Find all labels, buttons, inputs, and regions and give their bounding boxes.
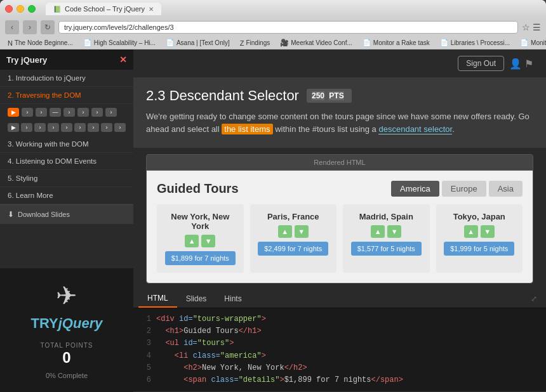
minimize-button[interactable]	[17, 5, 24, 13]
tour-card-title: Tokyo, Japan	[453, 212, 505, 221]
bookmarks-bar: N The Node Beginne... 📄 High Scalability…	[0, 37, 546, 49]
expand-button[interactable]: ⤢	[527, 291, 541, 307]
tour-arrow-down[interactable]: ▼	[387, 225, 401, 238]
sidebar-item-label: 4. Listening to DOM Events	[8, 157, 97, 165]
sidebar-item-learn[interactable]: 6. Learn More	[0, 187, 133, 204]
tour-card-tokyo: Tokyo, Japan ▲ ▼ $1,999 for 5 nights	[436, 204, 523, 273]
tour-arrow-up[interactable]: ▲	[464, 225, 478, 238]
line-number: 1	[141, 313, 151, 325]
bookmark-icon: 📄	[363, 39, 371, 47]
browser-titlebar: 📗 Code School – Try jQuery ✕	[0, 0, 546, 18]
sub-arrow-6[interactable]: ›	[74, 123, 86, 132]
sub-arrow-9[interactable]: ›	[114, 123, 126, 132]
arrow-button-3[interactable]: —	[50, 108, 61, 117]
download-slides-label: Download Slides	[18, 211, 70, 218]
sub-arrow-5[interactable]: ›	[61, 123, 72, 132]
download-slides-button[interactable]: ⬇ Download Slides	[0, 204, 133, 224]
arrow-button-1[interactable]: ›	[22, 108, 33, 117]
line-number: 2	[141, 325, 151, 337]
bookmark-node[interactable]: N The Node Beginne...	[5, 39, 76, 48]
tour-price-button[interactable]: $1,999 for 5 nights	[444, 242, 514, 256]
tour-arrows: ▲ ▼	[371, 225, 401, 238]
bookmark-icon: 📄	[166, 39, 175, 47]
sub-arrow-1[interactable]: ▶	[8, 123, 19, 132]
arrow-button-6[interactable]: ›	[91, 108, 103, 117]
code-content: <span class="details">$1,899 for 7 night…	[156, 374, 403, 386]
tour-price-button[interactable]: $2,499 for 7 nights	[258, 242, 328, 256]
bookmark-label: The Node Beginne...	[15, 39, 73, 46]
tour-arrow-down[interactable]: ▼	[201, 235, 215, 247]
lesson-description: We're getting ready to change some conte…	[146, 110, 533, 135]
bookmark-libraries[interactable]: 📄 Libraries \ Processi...	[437, 38, 512, 48]
user-icon[interactable]: 👤	[509, 58, 522, 70]
arrow-button-7[interactable]: ›	[105, 108, 117, 117]
bookmark-asana[interactable]: 📄 Asana | [Text Only]	[163, 38, 232, 48]
sub-arrow-2[interactable]: ›	[21, 123, 32, 132]
arrow-button-5[interactable]: ›	[77, 108, 89, 117]
logo-jquery: jQuery	[58, 315, 103, 331]
tour-arrows: ▲ ▼	[278, 225, 309, 238]
tab-close-button[interactable]: ✕	[149, 6, 154, 13]
menu-button[interactable]: ☰	[533, 22, 541, 32]
sidebar-item-styling[interactable]: 5. Styling	[0, 170, 133, 187]
arrow-button-4[interactable]: ›	[63, 108, 75, 117]
sidebar-item-traversing[interactable]: 2. Traversing the DOM	[0, 87, 133, 104]
star-button[interactable]: ☆	[522, 22, 530, 32]
tour-price-button[interactable]: $1,577 for 5 nights	[351, 242, 422, 256]
bookmark-monit[interactable]: 📄 Monit 101 (AKA sys...	[517, 38, 546, 48]
sub-arrow-7[interactable]: ›	[88, 123, 99, 132]
tour-price-button[interactable]: $1,899 for 7 nights	[165, 251, 236, 265]
tab-asia[interactable]: Asia	[489, 181, 523, 197]
pts-label: PTS	[329, 91, 343, 100]
tour-arrow-down[interactable]: ▼	[481, 225, 495, 238]
arrow-button-2[interactable]: ›	[36, 108, 47, 117]
code-tabs: HTML Slides Hints ⤢	[133, 290, 546, 308]
bookmark-label: Meerkat Video Conf...	[291, 39, 352, 46]
sidebar-item-intro[interactable]: 1. Introduction to jQuery	[0, 70, 133, 87]
sub-arrow-8[interactable]: ›	[101, 123, 112, 132]
sidebar-item-listening[interactable]: 4. Listening to DOM Events	[0, 153, 133, 170]
bookmark-meerkat[interactable]: 🎥 Meerkat Video Conf...	[277, 38, 355, 48]
tab-europe[interactable]: Europe	[442, 181, 486, 197]
tour-arrows: ▲ ▼	[464, 225, 495, 238]
address-bar[interactable]: try.jquery.com/levels/2/challenges/3	[58, 21, 518, 34]
bookmark-icon: 📄	[440, 39, 449, 47]
tour-arrow-up[interactable]: ▲	[371, 225, 385, 238]
settings-icon[interactable]: ⚑	[524, 58, 533, 70]
tab-hints[interactable]: Hints	[215, 291, 250, 307]
code-content: <li class="america">	[156, 350, 266, 362]
tour-arrow-up[interactable]: ▲	[185, 235, 199, 247]
maximize-button[interactable]	[28, 5, 36, 13]
bookmark-monitor[interactable]: 📄 Monitor a Rake task	[360, 38, 432, 48]
bookmark-icon: 📄	[83, 39, 92, 47]
tour-arrow-up[interactable]: ▲	[278, 225, 292, 238]
desc-after: .	[452, 124, 455, 134]
forward-button[interactable]: ›	[23, 20, 37, 34]
close-button[interactable]	[5, 5, 13, 13]
sidebar-close-button[interactable]: ✕	[119, 55, 127, 65]
plane-icon: ✈	[6, 281, 127, 310]
sign-out-button[interactable]: Sign Out	[458, 56, 504, 71]
sidebar-item-working[interactable]: 3. Working with the DOM	[0, 136, 133, 153]
back-button[interactable]: ‹	[5, 20, 19, 34]
code-line-6: 6 <span class="details">$1,899 for 7 nig…	[141, 374, 538, 386]
sidebar-item-label: 5. Styling	[8, 174, 37, 182]
active-tab[interactable]: 📗 Code School – Try jQuery ✕	[46, 3, 161, 15]
code-line-2: 2 <h1>Guided Tours</h1>	[141, 325, 538, 337]
reload-button[interactable]: ↻	[41, 20, 55, 34]
sub-arrow-4[interactable]: ›	[48, 123, 59, 132]
sub-arrow-3[interactable]: ›	[34, 123, 46, 132]
play-button[interactable]: ▶	[8, 108, 19, 117]
code-body[interactable]: 1 <div id="tours-wrapper"> 2 <h1>Guided …	[133, 308, 546, 391]
tab-america[interactable]: America	[391, 181, 439, 197]
bookmark-scalability[interactable]: 📄 High Scalability – Hi...	[81, 38, 158, 48]
tab-slides[interactable]: Slides	[177, 291, 216, 307]
try-jquery-logo: TRYjQuery	[6, 315, 127, 332]
descendant-selector-link[interactable]: descendant selector	[378, 124, 452, 134]
lesson-number: 2.3	[146, 88, 166, 103]
tour-arrow-down[interactable]: ▼	[295, 225, 309, 238]
sidebar-title: Try jQuery	[6, 55, 47, 65]
sidebar-bottom: ✈ TRYjQuery TOTAL POINTS 0 0% Complete	[0, 268, 133, 392]
tab-html[interactable]: HTML	[138, 290, 177, 308]
bookmark-findings[interactable]: Z Findings	[237, 39, 273, 48]
